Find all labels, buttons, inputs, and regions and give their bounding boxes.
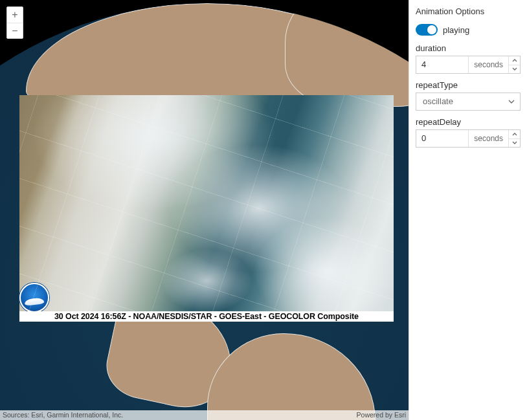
duration-step-down-button[interactable] [509, 65, 520, 74]
repeattype-label: repeatType [416, 80, 521, 90]
duration-input[interactable] [416, 56, 468, 73]
repeatdelay-input-group: seconds [416, 129, 521, 148]
playing-toggle[interactable] [416, 24, 438, 36]
repeatdelay-step-down-button[interactable] [509, 138, 520, 148]
chevron-up-icon [512, 133, 517, 136]
zoom-in-button[interactable]: + [7, 7, 23, 23]
map-viewport[interactable]: 30 Oct 2024 16:56Z - NOAA/NESDIS/STAR - … [0, 0, 409, 420]
repeattype-value: oscillate [423, 93, 453, 110]
chevron-down-icon [512, 141, 517, 144]
zoom-out-button[interactable]: − [7, 23, 23, 38]
repeatdelay-label: repeatDelay [416, 117, 521, 127]
repeatdelay-spinner [508, 130, 520, 147]
repeatdelay-unit: seconds [468, 130, 508, 147]
repeatdelay-step-up-button[interactable] [509, 130, 520, 138]
satellite-caption: 30 Oct 2024 16:56Z - NOAA/NESDIS/STAR - … [19, 311, 394, 322]
duration-unit: seconds [468, 56, 508, 73]
animation-options-panel: Animation Options playing duration secon… [409, 0, 527, 420]
chevron-up-icon [512, 59, 517, 62]
chevron-down-icon [508, 100, 515, 104]
satellite-imagery-tile: 30 Oct 2024 16:56Z - NOAA/NESDIS/STAR - … [19, 95, 394, 322]
attribution-sources: Sources: Esri, Garmin International, Inc… [3, 410, 123, 420]
zoom-control: + − [6, 6, 23, 39]
attribution-powered-by[interactable]: Powered by Esri [357, 410, 406, 420]
chevron-down-icon [512, 67, 517, 71]
repeattype-select[interactable]: oscillate [416, 93, 521, 111]
duration-spinner [508, 56, 520, 73]
attribution-bar: Sources: Esri, Garmin International, Inc… [0, 410, 409, 420]
duration-input-group: seconds [416, 56, 521, 74]
repeatdelay-input[interactable] [416, 130, 468, 147]
toggle-knob [427, 25, 436, 34]
panel-title: Animation Options [416, 6, 521, 16]
landmass [207, 333, 376, 420]
noaa-logo-icon [19, 283, 49, 313]
duration-step-up-button[interactable] [509, 56, 520, 65]
playing-toggle-label: playing [443, 25, 469, 35]
duration-label: duration [416, 43, 521, 53]
landmass [285, 3, 409, 107]
